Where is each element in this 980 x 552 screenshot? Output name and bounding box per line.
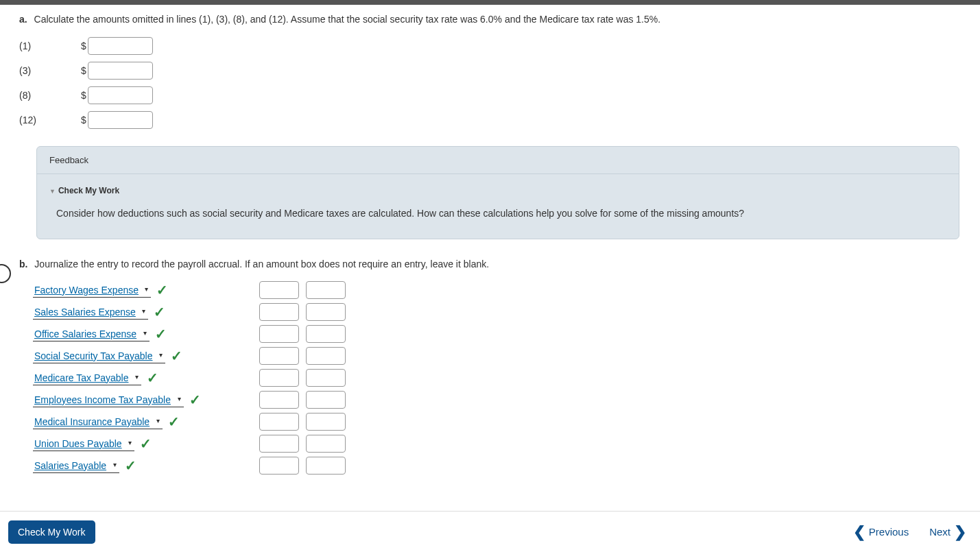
account-select-8[interactable]: Salaries Payable [33,459,119,473]
section-b: b. Journalize the entry to record the pa… [19,256,966,474]
journal-row-8: Salaries Payable ✓ [19,457,966,474]
journal-row-5: Employees Income Tax Payable ✓ [19,392,966,408]
amount-input-12[interactable] [88,111,153,129]
credit-input-2[interactable] [306,325,346,343]
debit-input-4[interactable] [259,369,299,387]
debit-input-2[interactable] [259,325,299,343]
checkmark-icon: ✓ [168,413,180,430]
journal-row-0: Factory Wages Expense ✓ [19,282,966,298]
currency-sign: $ [81,90,86,101]
credit-input-6[interactable] [306,413,346,431]
checkmark-icon: ✓ [125,457,136,474]
chevron-right-icon: ❯ [954,523,966,541]
debit-input-1[interactable] [259,303,299,321]
credit-input-7[interactable] [306,435,346,453]
chevron-left-icon: ❮ [853,523,865,541]
journal-row-4: Medicare Tax Payable ✓ [19,370,966,386]
journal-row-7: Union Dues Payable ✓ [19,435,966,452]
checkmark-icon: ✓ [155,326,167,342]
input-row-1: (1) $ [19,37,966,55]
section-a-prefix: a. [19,14,27,25]
journal-row-2: Office Salaries Expense ✓ [19,326,966,342]
progress-marker [0,264,11,283]
debit-input-8[interactable] [259,457,299,475]
journal-row-1: Sales Salaries Expense ✓ [19,304,966,320]
check-my-work-button[interactable]: Check My Work [8,520,95,544]
debit-input-5[interactable] [259,391,299,409]
input-label-12: (12) [19,115,81,125]
feedback-hint: Consider how deductions such as social s… [49,206,946,221]
account-select-5[interactable]: Employees Income Tax Payable [33,393,184,407]
feedback-box: Feedback Check My Work Consider how dedu… [36,146,959,239]
checkmark-icon: ✓ [156,282,168,298]
debit-input-3[interactable] [259,347,299,365]
section-b-prefix: b. [19,259,27,269]
question-b-text: Journalize the entry to record the payro… [34,259,489,269]
debit-input-0[interactable] [259,281,299,299]
credit-input-1[interactable] [306,303,346,321]
next-label: Next [929,526,951,538]
checkmark-icon: ✓ [171,348,182,364]
credit-input-0[interactable] [306,281,346,299]
nav-buttons: ❮ Previous Next ❯ [853,523,966,541]
credit-input-5[interactable] [306,391,346,409]
account-select-3[interactable]: Social Security Tax Payable [33,349,165,363]
previous-button[interactable]: ❮ Previous [853,523,909,541]
account-select-7[interactable]: Union Dues Payable [33,437,134,451]
question-b: b. Journalize the entry to record the pa… [19,256,966,272]
input-label-1: (1) [19,40,81,51]
checkmark-icon: ✓ [140,435,152,452]
journal-row-3: Social Security Tax Payable ✓ [19,348,966,364]
account-select-4[interactable]: Medicare Tax Payable [33,371,141,385]
amount-input-3[interactable] [88,62,153,80]
question-a: a. Calculate the amounts omitted in line… [19,12,966,27]
credit-input-8[interactable] [306,457,346,475]
question-a-text: Calculate the amounts omitted in lines (… [34,14,661,25]
amount-input-1[interactable] [88,37,153,55]
credit-input-3[interactable] [306,347,346,365]
credit-input-4[interactable] [306,369,346,387]
account-select-1[interactable]: Sales Salaries Expense [33,305,148,320]
next-button[interactable]: Next ❯ [929,523,966,541]
top-bar [0,0,980,5]
account-select-0[interactable]: Factory Wages Expense [33,283,151,298]
input-row-12: (12) $ [19,111,966,129]
checkmark-icon: ✓ [147,370,158,386]
check-work-toggle[interactable]: Check My Work [49,186,119,195]
feedback-header: Feedback [37,147,959,174]
input-row-8: (8) $ [19,86,966,104]
footer-bar: Check My Work ❮ Previous Next ❯ [0,511,980,552]
input-label-3: (3) [19,65,81,76]
checkmark-icon: ✓ [154,304,165,320]
account-select-2[interactable]: Office Salaries Expense [33,327,150,341]
amount-input-8[interactable] [88,86,153,104]
currency-sign: $ [81,40,86,51]
account-select-6[interactable]: Medical Insurance Payable [33,415,163,429]
input-row-3: (3) $ [19,62,966,80]
currency-sign: $ [81,65,86,76]
debit-input-6[interactable] [259,413,299,431]
checkmark-icon: ✓ [189,392,201,408]
currency-sign: $ [81,115,86,125]
content-area: a. Calculate the amounts omitted in line… [0,5,980,505]
input-label-8: (8) [19,90,81,101]
journal-row-6: Medical Insurance Payable ✓ [19,413,966,430]
previous-label: Previous [869,526,909,538]
debit-input-7[interactable] [259,435,299,453]
feedback-body: Check My Work Consider how deductions su… [37,174,959,238]
